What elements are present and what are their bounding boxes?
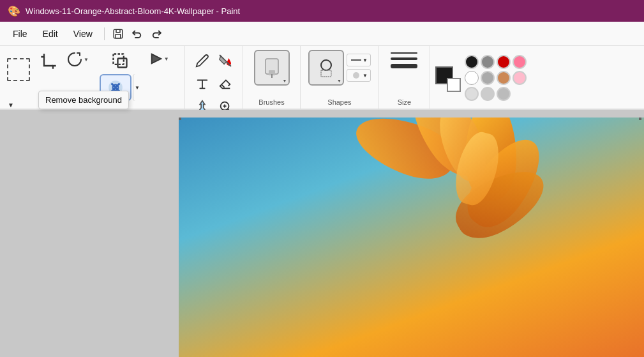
rotate-dropdown-arrow: ▼ xyxy=(84,57,89,63)
color-swatch-white[interactable] xyxy=(465,71,479,85)
outline-dropdown: ▼ xyxy=(363,57,368,63)
undo-button[interactable] xyxy=(128,26,147,42)
pencil-button[interactable] xyxy=(191,50,213,72)
secondary-color-swatch[interactable] xyxy=(447,78,461,92)
shapes-label: Shapes xyxy=(327,96,351,106)
svg-point-8 xyxy=(118,83,120,85)
flip-dropdown-arrow: ▼ xyxy=(164,56,169,62)
text-icon xyxy=(195,77,209,91)
ribbon: ▼ xyxy=(0,46,644,110)
color-swatch-gray[interactable] xyxy=(481,55,495,69)
svg-rect-17 xyxy=(321,70,331,77)
select-rect-button[interactable] xyxy=(5,52,32,83)
eraser-icon xyxy=(218,77,232,91)
size-group: Size xyxy=(379,46,430,109)
remove-bg-button[interactable] xyxy=(100,74,131,101)
color-swatch-lightpink[interactable] xyxy=(513,71,527,85)
tools-group: Tools xyxy=(185,46,243,109)
brushes-group: ▼ Brushes xyxy=(243,46,301,109)
svg-point-9 xyxy=(111,90,113,92)
svg-point-10 xyxy=(118,90,120,92)
brush-dropdown-arrow: ▼ xyxy=(283,79,287,83)
menu-edit[interactable]: Edit xyxy=(35,26,66,42)
fill-button[interactable]: ▼ xyxy=(347,69,371,82)
color-selector xyxy=(435,66,461,92)
size-medium-line xyxy=(391,57,417,60)
fill-bucket-icon xyxy=(218,54,232,68)
select-group: ▼ xyxy=(0,46,185,109)
text-button[interactable] xyxy=(191,73,213,95)
color-swatch-verylightgray3[interactable] xyxy=(497,87,511,101)
resize-icon xyxy=(111,52,129,70)
crop-button[interactable] xyxy=(36,50,61,73)
brushes-label: Brushes xyxy=(258,96,284,106)
svg-marker-11 xyxy=(152,54,161,64)
brush-icon xyxy=(260,56,283,79)
color-swatch-verylightgray2[interactable] xyxy=(481,87,495,101)
size-thin-line xyxy=(391,52,417,54)
shapes-select-button[interactable]: ▼ xyxy=(308,50,344,86)
fill-dropdown: ▼ xyxy=(363,73,368,79)
rotate-button[interactable]: ▼ xyxy=(65,50,91,69)
dashed-rect-icon xyxy=(7,58,30,81)
svg-point-7 xyxy=(111,83,113,85)
color-swatch-lightgray[interactable] xyxy=(481,71,495,85)
brush-select-button[interactable]: ▼ xyxy=(254,50,290,86)
save-button[interactable] xyxy=(109,26,128,42)
selection-handle-topright xyxy=(639,118,641,120)
menubar: File Edit View xyxy=(0,22,644,46)
color-swatch-brown[interactable] xyxy=(497,71,511,85)
colors-section xyxy=(430,46,644,109)
app-icon: 🎨 xyxy=(8,5,20,17)
eraser-button[interactable] xyxy=(214,73,236,95)
color-swatch-black[interactable] xyxy=(465,55,479,69)
rotate-icon xyxy=(67,52,82,67)
remove-bg-icon xyxy=(107,79,124,96)
remove-bg-dropdown-arrow: ▼ xyxy=(135,85,140,91)
pencil-icon xyxy=(195,54,209,68)
color-swatch-verylightgray1[interactable] xyxy=(465,87,479,101)
svg-rect-2 xyxy=(116,34,121,38)
svg-point-16 xyxy=(321,60,331,70)
crop-icon xyxy=(40,52,57,70)
svg-rect-1 xyxy=(116,29,120,33)
remove-bg-dropdown[interactable]: ▼ xyxy=(133,74,141,101)
expand-arrow-icon: ▼ xyxy=(8,102,14,109)
fill-bucket-button[interactable] xyxy=(214,50,236,72)
size-thick-line xyxy=(391,64,417,68)
shapes-group: ▼ ▼ ▼ Shapes xyxy=(301,46,379,109)
shapes-dropdown-arrow: ▼ xyxy=(337,79,341,83)
svg-point-19 xyxy=(353,72,359,79)
menu-view[interactable]: View xyxy=(66,26,100,42)
titlebar: 🎨 Windows-11-Orange-Abstract-Bloom-4K-Wa… xyxy=(0,0,644,22)
outline-icon xyxy=(350,56,363,65)
selection-handle-topleft xyxy=(179,118,181,120)
outline-button[interactable]: ▼ xyxy=(347,54,371,66)
title-text: Windows-11-Orange-Abstract-Bloom-4K-Wall… xyxy=(26,6,240,16)
resize-button[interactable] xyxy=(100,50,141,72)
size-label: Size xyxy=(398,96,411,106)
menu-file[interactable]: File xyxy=(5,26,35,42)
flip-button[interactable]: ▼ xyxy=(147,50,171,68)
wallpaper-background xyxy=(179,118,644,357)
color-swatch-red[interactable] xyxy=(497,55,511,69)
expand-select-button[interactable]: ▼ xyxy=(5,101,17,109)
color-palette xyxy=(465,55,527,101)
color-swatch-pink[interactable] xyxy=(513,55,527,69)
redo-button[interactable] xyxy=(147,26,166,42)
fill-icon xyxy=(350,71,363,80)
svg-rect-4 xyxy=(118,59,127,68)
shapes-icon xyxy=(315,56,338,79)
canvas-area xyxy=(0,110,644,357)
menu-divider xyxy=(104,27,105,40)
flip-icon xyxy=(149,52,163,66)
